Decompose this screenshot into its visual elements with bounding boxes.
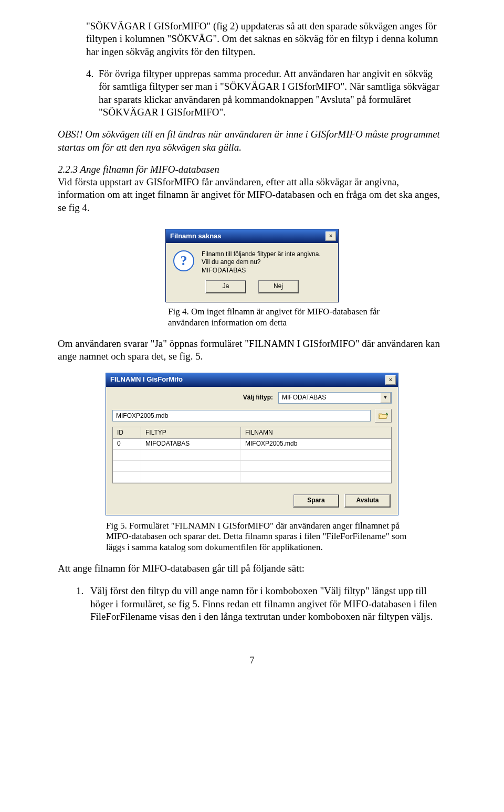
obs-note: OBS!! Om sökvägen till en fil ändras när…	[58, 128, 446, 154]
dialog-titlebar[interactable]: Filnamn saknas ×	[166, 229, 338, 243]
no-button[interactable]: Nej	[258, 280, 299, 293]
list-item-4: 4. För övriga filtyper upprepas samma pr…	[86, 68, 446, 119]
table-row[interactable]	[113, 461, 391, 472]
browse-folder-button[interactable]	[375, 409, 392, 423]
table-row[interactable]	[113, 472, 391, 483]
folder-open-icon	[379, 412, 388, 419]
choose-filetype-label: Välj filtyp:	[243, 394, 273, 402]
close-button[interactable]: Avsluta	[344, 494, 391, 508]
col-header-filnamn[interactable]: FILNAMN	[241, 427, 391, 438]
filename-grid[interactable]: ID FILTYP FILNAMN 0 MIFODATABAS MIFOXP20…	[112, 427, 392, 483]
dialog-line1: Filnamn till följande filtyper är inte a…	[202, 250, 321, 258]
paragraph-after-fig4: Om användaren svarar "Ja" öppnas formulä…	[58, 338, 446, 363]
section-2-2-3: 2.2.3 Ange filnamn för MIFO-databasen Vi…	[58, 163, 446, 214]
paragraph-after-fig5: Att ange filnamn för MIFO-databasen går …	[58, 562, 446, 575]
dialog-filnamn-gisformifo: FILNAMN I GisForMifo × Välj filtyp: MIFO…	[106, 373, 398, 515]
figure-4-caption: Fig 4. Om inget filnamn är angivet för M…	[168, 307, 388, 328]
col-header-id[interactable]: ID	[113, 427, 141, 438]
figure-5-caption: Fig 5. Formuläret "FILNAMN I GISforMIFO"…	[106, 521, 415, 553]
table-row[interactable]	[113, 450, 391, 461]
page-number: 7	[58, 655, 446, 667]
dialog-title-text: Filnamn saknas	[170, 232, 222, 241]
steps-list: Välj först den filtyp du vill ange namn …	[86, 585, 446, 623]
paragraph-continuation: "SÖKVÄGAR I GISforMIFO" (fig 2) uppdater…	[86, 20, 446, 58]
question-icon: ?	[173, 250, 194, 271]
combobox-value: MIFODATABAS	[282, 394, 326, 402]
yes-button[interactable]: Ja	[205, 280, 246, 293]
dialog-filnamn-saknas: Filnamn saknas × ? Filnamn till följande…	[165, 229, 339, 302]
close-icon[interactable]: ×	[326, 231, 336, 241]
cell-id: 0	[113, 439, 141, 449]
col-header-filtyp[interactable]: FILTYP	[141, 427, 241, 438]
filetype-combobox[interactable]: MIFODATABAS ▼	[278, 392, 392, 404]
cell-filnamn: MIFOXP2005.mdb	[241, 439, 391, 449]
list-item: Välj först den filtyp du vill ange namn …	[86, 585, 446, 623]
cell-filtyp: MIFODATABAS	[141, 439, 241, 449]
dialog2-title-text: FILNAMN I GisForMifo	[110, 375, 183, 384]
section-heading: 2.2.3 Ange filnamn för MIFO-databasen	[58, 164, 219, 175]
dialog2-titlebar[interactable]: FILNAMN I GisForMifo ×	[106, 373, 398, 387]
table-row[interactable]: 0 MIFODATABAS MIFOXP2005.mdb	[113, 439, 391, 450]
close-icon[interactable]: ×	[385, 375, 396, 385]
chevron-down-icon[interactable]: ▼	[380, 393, 391, 403]
section-body: Vid första uppstart av GISforMIFO får an…	[58, 176, 440, 213]
list-item-4-text: För övriga filtyper upprepas samma proce…	[99, 68, 439, 118]
dialog-line2: Vill du ange dem nu?	[202, 258, 321, 266]
filename-input[interactable]: MIFOXP2005.mdb	[112, 410, 371, 421]
dialog-message: Filnamn till följande filtyper är inte a…	[202, 250, 321, 275]
save-button[interactable]: Spara	[293, 494, 339, 508]
dialog-line3: MIFODATABAS	[202, 267, 321, 275]
